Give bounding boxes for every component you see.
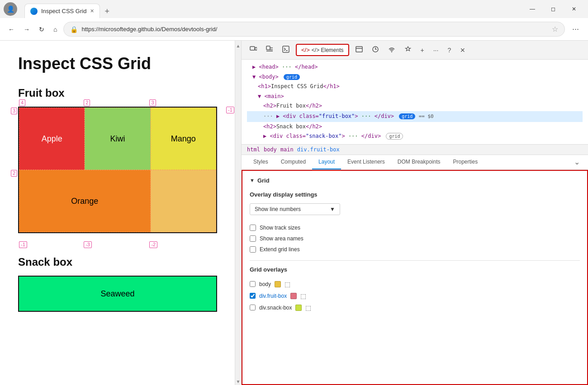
tab-styles[interactable]: Styles	[247, 155, 275, 169]
scroll-down-arrow[interactable]: ▼	[235, 378, 242, 385]
new-tab-button[interactable]: +	[101, 5, 113, 18]
fruit-box-title: Fruit box	[18, 87, 217, 99]
minimize-button[interactable]: —	[522, 2, 543, 16]
row-num-3: 3	[11, 108, 17, 114]
url-text: https://microsoftedge.github.io/Demos/de…	[81, 26, 548, 33]
elements-label: </> Elements	[312, 47, 344, 53]
body-overlay-label[interactable]: body	[259, 281, 271, 287]
help-button[interactable]: ?	[445, 44, 454, 56]
tab-layout[interactable]: Layout	[312, 155, 341, 169]
favorite-icon[interactable]: ☆	[552, 25, 558, 33]
inspect-element-button[interactable]	[263, 43, 276, 57]
dom-div-fruit-row[interactable]: ··· ▶ <div class="fruit-box"> ··· </div>…	[247, 111, 583, 122]
kiwi-cell: Kiwi	[85, 108, 150, 170]
breadcrumb-main[interactable]: main	[280, 146, 294, 153]
fruit-overlay-label[interactable]: div.fruit-box	[259, 293, 287, 299]
tab-layout-label: Layout	[318, 159, 335, 165]
address-bar[interactable]: 🔒 https://microsoftedge.github.io/Demos/…	[63, 22, 565, 37]
scroll-strip: ▲ ▼	[235, 41, 242, 385]
show-track-sizes-checkbox[interactable]	[250, 225, 256, 231]
performance-button[interactable]	[369, 43, 382, 57]
scroll-up-arrow[interactable]: ▲	[235, 42, 242, 49]
dom-div-snack-row[interactable]: ▶ <div class="snack-box"> ··· </div> gri…	[247, 131, 583, 141]
line-numbers-dropdown[interactable]: Show line numbers ▼	[250, 203, 340, 215]
show-track-sizes-label[interactable]: Show track sizes	[260, 225, 300, 231]
fruit-overlay-checkbox[interactable]	[250, 293, 256, 299]
orange-label: Orange	[71, 197, 98, 206]
dom-head-row: ▶ <head> ··· </head>	[247, 62, 583, 72]
tab-computed[interactable]: Computed	[275, 155, 312, 169]
grid-section-title[interactable]: ▼ Grid	[250, 177, 580, 184]
maximize-button[interactable]: ◻	[543, 2, 564, 16]
snack-overlay-checkbox[interactable]	[250, 305, 256, 310]
overlay-settings: Overlay display settings Show line numbe…	[250, 191, 580, 255]
show-track-sizes-row: Show track sizes	[250, 222, 580, 233]
apple-label: Apple	[42, 134, 62, 144]
more-tools-button[interactable]: ···	[431, 44, 441, 56]
fruit-grid-wrapper: 1 2 3 4 1 2 3 -1 Apple	[18, 107, 217, 233]
breadcrumb-html[interactable]: html	[247, 146, 260, 153]
empty-cell	[151, 170, 216, 232]
refresh-button[interactable]: ↻	[36, 23, 47, 36]
elements-icon: </>	[301, 47, 310, 53]
tab-close-button[interactable]: ✕	[90, 8, 94, 14]
show-area-names-row: Show area names	[250, 233, 580, 244]
snack-color-swatch[interactable]	[295, 305, 302, 311]
dropdown-value: Show line numbers	[255, 206, 301, 212]
row-num-neg1: -1	[226, 107, 234, 113]
dropdown-arrow-icon: ▼	[330, 206, 335, 212]
orange-cell: Orange	[19, 170, 151, 232]
title-bar: 👤 Inspect CSS Grid ✕ + — ◻ ✕	[0, 0, 588, 18]
add-tool-button[interactable]: +	[418, 44, 427, 56]
tab-bar: Inspect CSS Grid ✕ +	[21, 0, 518, 18]
dom-body-row: ▼ <body> grid	[247, 72, 583, 82]
breadcrumb-active[interactable]: div.fruit-box	[297, 146, 340, 153]
dom-h1-row: <h1>Inspect CSS Grid</h1>	[247, 82, 583, 92]
devtools-panel: </> </> Elements + ··· ? ✕ ▶ <head>	[242, 41, 588, 385]
mango-cell: Mango	[151, 108, 216, 170]
col-num-3: 3	[149, 99, 156, 106]
back-button[interactable]: ←	[5, 23, 17, 36]
tabs-overflow-button[interactable]: ⌄	[571, 155, 583, 169]
tab-dom-breakpoints-label: DOM Breakpoints	[398, 159, 441, 165]
dom-main-row: ▼ <main>	[247, 92, 583, 102]
tab-event-listeners[interactable]: Event Listeners	[341, 155, 391, 169]
breadcrumb-body[interactable]: body	[264, 146, 277, 153]
tab-dom-breakpoints[interactable]: DOM Breakpoints	[391, 155, 447, 169]
body-inspect-icon[interactable]: ⬚	[285, 281, 290, 288]
page-heading: Inspect CSS Grid	[18, 54, 217, 73]
settings-extra-button[interactable]	[402, 43, 414, 57]
tab-properties[interactable]: Properties	[447, 155, 484, 169]
close-button[interactable]: ✕	[564, 2, 584, 16]
console-button[interactable]	[280, 43, 292, 57]
devtools-close-button[interactable]: ✕	[457, 44, 468, 56]
snack-overlay-label[interactable]: div.snack-box	[259, 305, 292, 311]
device-emulation-button[interactable]	[247, 43, 260, 57]
browser-tab[interactable]: Inspect CSS Grid ✕	[24, 4, 100, 18]
network-button[interactable]	[353, 43, 365, 57]
fruit-overlay-row: div.fruit-box ⬚	[250, 290, 580, 302]
snack-section: Snack box Seaweed	[18, 256, 217, 312]
extend-grid-lines-row: Extend grid lines	[250, 244, 580, 255]
fruit-grid-container: Apple Kiwi Mango Orange	[18, 107, 217, 233]
fruit-color-swatch[interactable]	[290, 293, 297, 299]
kiwi-label: Kiwi	[110, 134, 125, 144]
lock-icon: 🔒	[70, 26, 78, 33]
body-color-swatch[interactable]	[275, 281, 281, 287]
more-options-button[interactable]: ···	[569, 23, 583, 36]
devtools-toolbar: </> </> Elements + ··· ? ✕	[242, 41, 588, 60]
body-overlay-checkbox[interactable]	[250, 281, 256, 287]
extend-grid-lines-checkbox[interactable]	[250, 246, 256, 253]
forward-button[interactable]: →	[21, 23, 33, 36]
elements-panel-button[interactable]: </> </> Elements	[296, 44, 349, 56]
home-button[interactable]: ⌂	[51, 23, 60, 36]
show-area-names-checkbox[interactable]	[250, 235, 256, 242]
fruit-inspect-icon[interactable]: ⬚	[300, 292, 306, 300]
svg-rect-8	[356, 47, 362, 52]
svg-rect-0	[250, 47, 255, 50]
show-area-names-label[interactable]: Show area names	[260, 235, 303, 242]
dom-h2-snack-row: <h2>Snack box</h2>	[247, 122, 583, 132]
wifi-button[interactable]	[385, 43, 398, 57]
snack-inspect-icon[interactable]: ⬚	[305, 304, 311, 311]
extend-grid-lines-label[interactable]: Extend grid lines	[260, 246, 300, 253]
